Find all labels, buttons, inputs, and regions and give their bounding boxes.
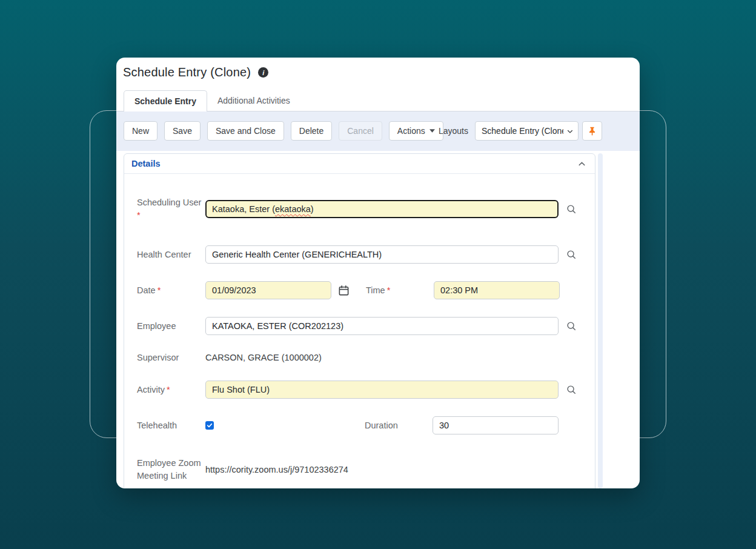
- date-picker-button[interactable]: [338, 285, 350, 296]
- chevron-up-icon: [577, 159, 586, 168]
- layouts-label: Layouts: [439, 126, 468, 136]
- activity-input[interactable]: [205, 381, 559, 399]
- details-section: Details Scheduling User* Kataoka, Ester …: [124, 153, 595, 488]
- tab-schedule-entry[interactable]: Schedule Entry: [124, 90, 207, 111]
- layout-select-value: Schedule Entry (Clone): [482, 126, 563, 136]
- cancel-button[interactable]: Cancel: [339, 121, 382, 141]
- actions-button[interactable]: Actions: [389, 121, 443, 141]
- form-row-employee: Employee: [137, 317, 582, 335]
- date-input[interactable]: [205, 281, 331, 299]
- form-row-telehealth-duration: Telehealth Duration: [137, 416, 582, 434]
- form-row-zoom-link: Employee Zoom Meeting Link https://corit…: [137, 450, 582, 488]
- pin-icon: [587, 126, 597, 136]
- scheduling-user-value-suffix: ): [311, 204, 314, 214]
- time-input[interactable]: [434, 281, 560, 299]
- required-marker: *: [137, 209, 205, 222]
- layouts-group: Layouts Schedule Entry (Clone): [439, 121, 602, 141]
- checkmark-icon: [207, 422, 213, 428]
- employee-lookup-button[interactable]: [566, 321, 577, 331]
- zoom-link-label: Employee Zoom Meeting Link: [137, 457, 205, 482]
- collapse-section-button[interactable]: [576, 158, 588, 170]
- toolbar-buttons: New Save Save and Close Delete Cancel Ac…: [124, 121, 443, 141]
- save-button[interactable]: Save: [164, 121, 201, 141]
- supervisor-label: Supervisor: [137, 351, 205, 364]
- details-section-title[interactable]: Details: [131, 159, 161, 168]
- required-marker: *: [387, 285, 391, 295]
- scheduling-user-lookup-button[interactable]: [566, 204, 577, 215]
- scheduling-user-label: Scheduling User*: [137, 196, 205, 222]
- form-row-scheduling-user: Scheduling User* Kataoka, Ester (ekataok…: [137, 190, 582, 228]
- new-button[interactable]: New: [124, 121, 158, 141]
- layout-select[interactable]: Schedule Entry (Clone): [475, 121, 579, 141]
- date-label: Date*: [137, 284, 205, 297]
- required-marker: *: [158, 285, 161, 295]
- chevron-down-icon: [566, 128, 574, 135]
- form-row-activity: Activity*: [137, 381, 582, 399]
- tab-label: Additional Activities: [217, 96, 290, 105]
- form-row-supervisor: Supervisor CARSON, GRACE (1000002): [137, 351, 582, 364]
- save-and-close-button[interactable]: Save and Close: [207, 121, 284, 141]
- duration-input[interactable]: [433, 416, 559, 434]
- zoom-link-value: https://cority.zoom.us/j/97102336274: [205, 465, 348, 474]
- pin-layout-button[interactable]: [582, 121, 602, 141]
- info-icon[interactable]: i: [258, 67, 268, 78]
- caret-down-icon: [429, 129, 435, 133]
- page-title: Schedule Entry (Clone): [123, 65, 251, 79]
- health-center-input[interactable]: [205, 245, 559, 264]
- scheduling-user-value-misspelled: ekataoka: [275, 204, 311, 214]
- time-label: Time*: [366, 285, 434, 295]
- health-center-lookup-button[interactable]: [566, 249, 577, 260]
- search-icon: [566, 321, 577, 331]
- required-marker: *: [167, 385, 170, 394]
- telehealth-label: Telehealth: [137, 419, 205, 432]
- details-header: Details: [124, 154, 595, 174]
- search-icon: [566, 249, 577, 260]
- duration-label: Duration: [365, 421, 433, 430]
- scheduling-user-input[interactable]: Kataoka, Ester (ekataoka): [205, 200, 559, 218]
- dialog-header: Schedule Entry (Clone) i: [123, 65, 268, 79]
- search-icon: [566, 204, 577, 215]
- tab-additional-activities[interactable]: Additional Activities: [207, 90, 300, 111]
- schedule-entry-dialog: Schedule Entry (Clone) i Schedule Entry …: [116, 58, 640, 488]
- supervisor-value: CARSON, GRACE (1000002): [205, 353, 322, 362]
- form-row-health-center: Health Center: [137, 245, 582, 264]
- employee-input[interactable]: [205, 317, 559, 335]
- tab-label: Schedule Entry: [134, 96, 196, 106]
- health-center-label: Health Center: [137, 248, 205, 261]
- search-icon: [566, 384, 577, 395]
- actions-label: Actions: [397, 126, 425, 136]
- employee-label: Employee: [137, 320, 205, 333]
- scrollbar-track[interactable]: [598, 153, 603, 488]
- telehealth-checkbox[interactable]: [205, 421, 214, 430]
- calendar-icon: [338, 285, 350, 296]
- scheduling-user-value: Kataoka, Ester (: [212, 204, 275, 214]
- form-row-date-time: Date* Time*: [137, 281, 582, 299]
- toolbar: New Save Save and Close Delete Cancel Ac…: [116, 111, 640, 151]
- activity-label: Activity*: [137, 384, 205, 396]
- tab-bar: Schedule Entry Additional Activities: [116, 91, 640, 111]
- activity-lookup-button[interactable]: [566, 384, 577, 395]
- delete-button[interactable]: Delete: [291, 121, 332, 141]
